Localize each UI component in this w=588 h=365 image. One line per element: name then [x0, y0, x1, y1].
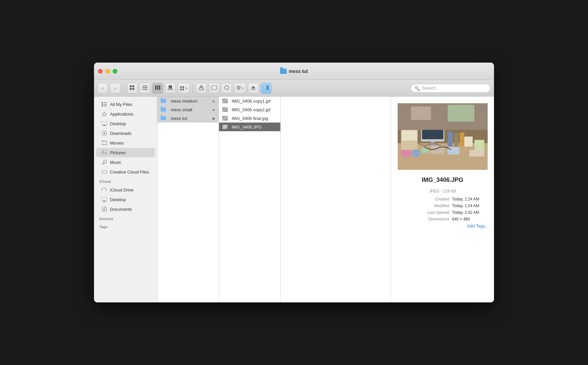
tag-button[interactable]: [221, 83, 232, 94]
forward-button[interactable]: ›: [110, 83, 121, 94]
col2-item-copy2[interactable]: IMG_3406 copy2.jpf: [219, 105, 280, 114]
view-icons-button[interactable]: [127, 83, 138, 94]
view-column-button[interactable]: [152, 83, 163, 94]
svg-rect-27: [102, 104, 103, 105]
svg-rect-7: [155, 85, 156, 90]
view-cover-button[interactable]: [165, 83, 176, 94]
add-tags-link[interactable]: Add Tags...: [396, 223, 489, 228]
modified-label: Modified: [419, 203, 449, 208]
svg-rect-16: [180, 89, 182, 90]
action-button[interactable]: ▾: [234, 83, 246, 94]
sidebar-item-downloads[interactable]: Downloads: [96, 129, 155, 138]
svg-rect-0: [130, 85, 132, 87]
col2-item-copy1[interactable]: IMG_3406 copy1.jpf: [219, 97, 280, 105]
preview-type-size: JPEG - 119 KB: [429, 189, 456, 193]
col2-item-main[interactable]: IMG_3406.JPG: [219, 123, 280, 131]
sidebar-item-label: Documents: [110, 207, 132, 212]
view-icons-icon: [130, 85, 135, 91]
svg-rect-30: [104, 106, 107, 106]
maximize-button[interactable]: [113, 69, 117, 74]
sidebar-item-desktop[interactable]: Desktop: [96, 119, 155, 128]
svg-point-37: [103, 151, 104, 152]
new-folder-button[interactable]: [209, 83, 219, 94]
image-thumb-icon: [222, 99, 228, 103]
search-box[interactable]: 🔍 Search: [411, 84, 491, 93]
traffic-lights: [98, 69, 117, 74]
modified-value: Today, 1:24 AM: [452, 203, 489, 208]
action-dropdown-icon: ▾: [242, 87, 244, 90]
column-item-label: mess medium: [171, 99, 198, 104]
column-item-label: IMG_3406 copy2.jpf: [232, 107, 270, 112]
sidebar-item-icloud-desktop[interactable]: Desktop: [96, 195, 155, 204]
preview-image-svg: [398, 103, 488, 170]
close-button[interactable]: [98, 69, 103, 74]
svg-rect-62: [469, 150, 484, 157]
svg-rect-32: [103, 125, 105, 126]
preview-filename: IMG_3406.JPG: [422, 177, 463, 183]
view-dropdown-button[interactable]: ▾: [178, 83, 190, 94]
movies-icon: [101, 140, 107, 146]
svg-rect-41: [103, 209, 106, 209]
view-column-icon: [155, 85, 160, 91]
svg-rect-17: [182, 89, 184, 90]
col1-item-mess-small[interactable]: mess small ▶: [157, 105, 219, 114]
disclosure-arrow: ▶: [213, 108, 215, 112]
finder-window: mess tut ‹ ›: [94, 63, 494, 302]
apps-icon: [101, 111, 107, 117]
sidebar-item-music[interactable]: Music: [96, 158, 155, 167]
folder-icon: [161, 116, 166, 120]
image-thumb-icon: [222, 116, 228, 121]
dimensions-label: Dimensions: [419, 217, 449, 221]
sidebar-item-movies[interactable]: Movies: [96, 138, 155, 148]
preview-metadata: Created Today, 1:24 AM Modified Today, 1…: [396, 197, 489, 228]
sidebar-item-creative-cloud[interactable]: Creative Cloud Files: [96, 167, 155, 177]
last-opened-label: Last opened: [419, 210, 449, 215]
svg-rect-40: [103, 201, 106, 202]
svg-rect-12: [170, 89, 171, 90]
tags-section-label: Tags: [94, 222, 157, 230]
sidebar-item-all-my-files[interactable]: All My Files: [96, 100, 155, 109]
cc-icon: [101, 169, 107, 175]
svg-point-20: [238, 87, 240, 89]
share-button[interactable]: [196, 83, 207, 94]
svg-rect-55: [401, 150, 411, 157]
svg-rect-60: [464, 137, 473, 147]
toolbar: ‹ ›: [94, 80, 494, 97]
preview-panel-icon: [263, 85, 269, 91]
svg-point-19: [225, 86, 229, 90]
sidebar-item-documents[interactable]: Documents: [96, 204, 155, 214]
svg-rect-3: [132, 88, 134, 90]
svg-rect-8: [157, 85, 158, 90]
svg-rect-47: [402, 131, 417, 141]
minimize-button[interactable]: [105, 69, 110, 74]
column-item-label: IMG_3406 final.jpg: [232, 116, 268, 121]
sidebar-item-label: Pictures: [110, 150, 126, 155]
col1-item-mess-tut[interactable]: mess tut ▶: [157, 114, 219, 123]
sidebar-item-applications[interactable]: Applications: [96, 109, 155, 119]
downloads-icon: [101, 130, 107, 136]
cloud-icon: [101, 187, 107, 193]
svg-rect-59: [448, 147, 459, 155]
svg-rect-2: [130, 88, 132, 90]
last-opened-value: Today, 2:42 AM: [452, 210, 489, 215]
svg-rect-38: [102, 197, 107, 201]
svg-rect-53: [454, 133, 458, 147]
sidebar-item-pictures[interactable]: Pictures: [96, 148, 155, 157]
view-list-button[interactable]: [140, 83, 150, 94]
sidebar-item-icloud-drive[interactable]: iCloud Drive: [96, 185, 155, 194]
search-icon: 🔍: [414, 86, 420, 91]
col2-item-final[interactable]: IMG_3406 final.jpg: [219, 114, 280, 123]
svg-rect-15: [182, 86, 184, 88]
back-button[interactable]: ‹: [97, 83, 108, 94]
preview-button[interactable]: [261, 83, 271, 94]
column-item-label: mess tut: [171, 116, 187, 121]
sidebar-item-label: Music: [110, 160, 121, 165]
col1-item-mess-medium[interactable]: mess medium ▶: [157, 97, 219, 105]
list-icon: [101, 101, 107, 107]
image-thumb-icon: [222, 125, 228, 129]
eject-button[interactable]: [248, 83, 259, 94]
svg-rect-64: [411, 107, 431, 120]
dimensions-row: Dimensions 640 × 480: [396, 217, 489, 221]
titlebar: mess tut: [94, 63, 494, 80]
gear-icon: [236, 85, 241, 91]
